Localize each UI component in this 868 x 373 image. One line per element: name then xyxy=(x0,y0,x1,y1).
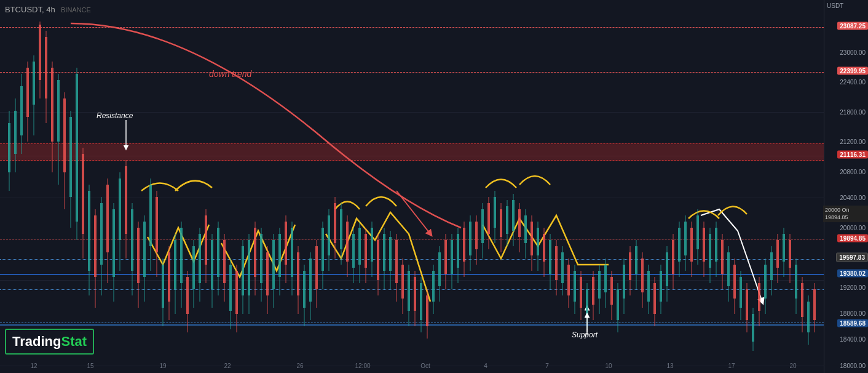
svg-rect-43 xyxy=(131,209,133,271)
svg-rect-27 xyxy=(82,154,84,234)
svg-rect-167 xyxy=(512,200,515,231)
price-18800: 18800.00 xyxy=(840,310,866,317)
svg-rect-229 xyxy=(703,228,705,262)
svg-rect-159 xyxy=(487,203,490,234)
svg-rect-213 xyxy=(653,283,656,314)
svg-rect-37 xyxy=(112,209,115,277)
svg-rect-63 xyxy=(192,246,195,289)
svg-rect-133 xyxy=(408,271,410,311)
svg-rect-15 xyxy=(45,37,47,98)
svg-rect-151 xyxy=(463,228,465,262)
svg-text:down trend: down trend xyxy=(209,69,252,79)
svg-rect-261 xyxy=(801,283,803,317)
svg-rect-241 xyxy=(740,277,742,308)
svg-text:Support: Support xyxy=(572,331,598,339)
exchange-label: BINANCE xyxy=(61,6,91,14)
svg-rect-141 xyxy=(432,271,435,302)
svg-rect-105 xyxy=(322,228,324,271)
chart-area: down trend Resistance Support 12 15 19 2… xyxy=(0,0,824,373)
date-label-1200: 12:00 xyxy=(355,363,370,369)
svg-rect-265 xyxy=(813,289,816,320)
svg-rect-49 xyxy=(149,185,152,246)
svg-rect-127 xyxy=(389,237,392,271)
svg-rect-177 xyxy=(543,234,545,262)
price-box-22399: 22399.95 xyxy=(837,67,868,75)
svg-rect-199 xyxy=(610,277,613,305)
resistance-line-22399 xyxy=(0,72,824,73)
svg-rect-121 xyxy=(371,228,373,262)
price-19200: 19200.00 xyxy=(840,284,866,291)
date-label-15: 15 xyxy=(87,363,93,369)
svg-rect-175 xyxy=(537,228,539,255)
date-label-4: 4 xyxy=(484,363,487,369)
svg-rect-225 xyxy=(690,228,693,262)
date-label-26: 26 xyxy=(296,363,303,369)
pair-label: BTCUSDT, 4h xyxy=(5,5,55,14)
svg-rect-147 xyxy=(451,240,453,274)
svg-rect-91 xyxy=(278,234,281,277)
svg-rect-9 xyxy=(26,68,29,117)
svg-rect-21 xyxy=(63,98,66,172)
svg-rect-71 xyxy=(217,228,219,277)
svg-rect-207 xyxy=(635,246,637,274)
svg-rect-155 xyxy=(475,222,478,249)
svg-rect-215 xyxy=(660,271,662,302)
svg-rect-145 xyxy=(444,240,447,274)
svg-rect-53 xyxy=(162,265,164,308)
svg-rect-57 xyxy=(174,240,176,289)
date-label-22: 22 xyxy=(224,363,231,369)
svg-rect-245 xyxy=(752,314,754,342)
svg-rect-7 xyxy=(20,86,23,135)
price-20800: 20800.00 xyxy=(840,168,866,175)
svg-rect-251 xyxy=(770,252,773,280)
svg-rect-263 xyxy=(807,302,810,332)
svg-rect-139 xyxy=(426,295,428,326)
svg-rect-209 xyxy=(641,259,644,292)
price-22400: 22400.00 xyxy=(840,79,866,86)
date-label-oct: Oct xyxy=(420,363,430,369)
svg-rect-31 xyxy=(94,215,97,277)
svg-rect-61 xyxy=(186,277,189,314)
svg-rect-17 xyxy=(51,68,53,142)
svg-rect-89 xyxy=(272,240,275,289)
resistance-line-23087 xyxy=(0,27,824,28)
svg-rect-81 xyxy=(248,240,250,295)
svg-rect-217 xyxy=(666,252,668,286)
svg-rect-257 xyxy=(789,240,791,268)
date-label-17: 17 xyxy=(728,363,735,369)
svg-rect-83 xyxy=(254,228,256,277)
price-20400: 20400.00 xyxy=(840,195,866,201)
svg-rect-161 xyxy=(494,197,496,228)
price-23000: 23000.00 xyxy=(840,49,866,55)
svg-rect-253 xyxy=(776,240,779,268)
grid-line xyxy=(0,198,824,198)
svg-rect-35 xyxy=(106,185,109,252)
svg-rect-111 xyxy=(340,209,342,249)
svg-rect-193 xyxy=(592,277,594,305)
svg-text:Resistance: Resistance xyxy=(97,111,133,120)
svg-rect-205 xyxy=(629,252,631,280)
svg-rect-129 xyxy=(395,240,398,283)
svg-rect-243 xyxy=(746,289,748,320)
support-line-18589 xyxy=(0,324,824,326)
svg-rect-203 xyxy=(623,265,625,299)
svg-rect-69 xyxy=(211,240,213,289)
price-box-18589: 18589.68 xyxy=(837,319,868,327)
date-label-12: 12 xyxy=(30,363,37,369)
svg-rect-75 xyxy=(229,265,232,311)
grid-line xyxy=(0,366,824,366)
svg-rect-183 xyxy=(561,252,564,283)
svg-rect-85 xyxy=(260,234,262,283)
svg-rect-165 xyxy=(506,206,508,234)
svg-rect-221 xyxy=(678,228,681,262)
price-box-23087: 23087.25 xyxy=(837,22,868,30)
svg-rect-51 xyxy=(156,197,158,252)
svg-rect-39 xyxy=(119,178,121,240)
price-18000: 18000.00 xyxy=(840,362,866,369)
svg-rect-247 xyxy=(758,283,760,311)
svg-rect-255 xyxy=(783,234,785,262)
tradingstat-logo: TradingStat xyxy=(5,329,94,355)
svg-rect-109 xyxy=(334,203,336,243)
price-21200: 21200.00 xyxy=(840,138,866,145)
logo-text: TradingStat xyxy=(12,334,87,349)
